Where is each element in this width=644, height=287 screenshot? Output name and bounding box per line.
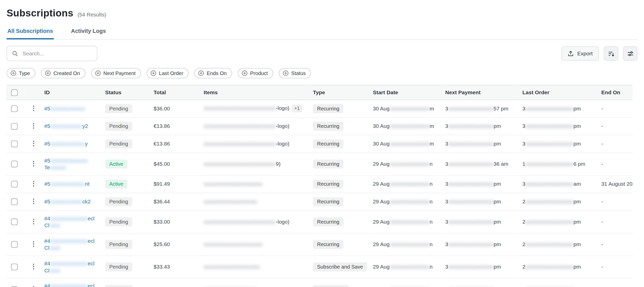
end-on-cell: 31 August 2025: [598, 175, 632, 193]
type-cell: Subscribe and Save: [310, 255, 370, 278]
filter-chip-product[interactable]: Product: [238, 68, 273, 78]
row-checkbox[interactable]: [11, 181, 18, 187]
filter-chip-next-payment[interactable]: Next Payment: [91, 68, 141, 78]
start-date-cell: 29 Augxxxxxxxxxxxxxxxn: [370, 255, 442, 278]
filter-chip-ends-on[interactable]: Ends On: [194, 68, 232, 78]
row-checkbox[interactable]: [11, 264, 18, 270]
redacted-id-text: xxxxxxxxxxxxxx: [50, 215, 88, 222]
last-order-cell: 2xxxxxxxxxxxxxxxxxxpm: [519, 233, 598, 255]
subscription-id-link-line2[interactable]: Clxxxx: [44, 245, 60, 251]
filter-chip-last-order[interactable]: Last Order: [147, 68, 189, 78]
status-badge: Pending: [105, 285, 132, 287]
type-badge: Recurring: [313, 122, 343, 131]
type-badge: Recurring: [313, 240, 343, 249]
subscription-id-link[interactable]: #5xxxxxxxxxxxxxx: [44, 157, 88, 163]
filter-chip-created-on[interactable]: Created On: [41, 68, 85, 78]
subscription-id-link[interactable]: #5xxxxxxxxxxxxx: [44, 105, 85, 111]
total-cell: $17.40: [150, 278, 200, 287]
subscription-id-link[interactable]: #5xxxxxxxxxxxxy2: [44, 123, 88, 129]
subscription-id-link-line2[interactable]: Clxxxx: [44, 222, 60, 228]
row-checkbox[interactable]: [11, 123, 18, 130]
start-date-cell: 29 Augxxxxxxxxxxxxxxxn: [370, 193, 442, 210]
row-checkbox[interactable]: [11, 199, 18, 205]
plus-circle-icon: [241, 70, 247, 76]
start-date-cell: 29 Augxxxxxxxxxxxxxxxn: [370, 278, 442, 287]
tab-all-subscriptions[interactable]: All Subscriptions: [7, 25, 54, 39]
redacted-date-text: xxxxxxxxxxxxxxx: [390, 218, 430, 225]
filter-chip-type[interactable]: Type: [7, 68, 35, 78]
next-payment-cell: 3xxxxxxxxxxxxxxxxxpm: [442, 278, 519, 287]
next-payment-cell: 3xxxxxxxxxxxxxxxxxpm: [442, 135, 519, 153]
row-checkbox[interactable]: [11, 241, 18, 248]
redacted-date-text: xxxxxxxxxxxxxxx: [390, 123, 430, 130]
filter-settings-button[interactable]: [623, 46, 637, 61]
subscription-id-link[interactable]: #4xxxxxxxxxxxxxxecl: [44, 283, 94, 287]
redacted-date-text: xxxxxxxxxxxxxxxxx: [448, 218, 493, 225]
status-badge: Pending: [105, 197, 132, 206]
subscription-id-link-line2[interactable]: Clxxxx: [44, 267, 60, 273]
status-badge: Pending: [105, 217, 132, 226]
redacted-date-text: xxxxxxxxxxxxxxx: [390, 160, 430, 168]
row-actions-kebab-icon[interactable]: ⋮: [29, 140, 39, 147]
results-count: (54 Results): [77, 11, 106, 17]
column-header-next-payment: Next Payment: [442, 85, 519, 100]
items-cell: xxxxxxxxxxxxxxxxxxxxxx: [200, 175, 310, 193]
row-actions-kebab-icon[interactable]: ⋮: [29, 286, 39, 287]
subscription-id-link[interactable]: #5xxxxxxxxxxxxxnt: [44, 181, 89, 187]
subscription-id-link[interactable]: #4xxxxxxxxxxxxxxecl: [44, 238, 94, 244]
redacted-date-text: xxxxxxxxxxxxxxx: [390, 105, 430, 112]
redacted-id-text: xxxxxx: [50, 164, 66, 171]
items-cell: xxxxxxxxxxxxxxxxxxxxxxxxxxx-logo)+1: [200, 100, 310, 117]
tab-activity-logs[interactable]: Activity Logs: [70, 25, 107, 39]
select-all-checkbox[interactable]: [11, 89, 18, 96]
start-date-cell: 30 Augxxxxxxxxxxxxxxxm: [370, 135, 442, 153]
total-cell: €13.86: [150, 117, 200, 135]
redacted-date-text: xxxxxxxxxxxxxxxxx: [448, 180, 493, 187]
total-cell: $36.44: [150, 193, 200, 210]
row-actions-kebab-icon[interactable]: ⋮: [29, 160, 39, 167]
last-order-cell: 1xxxxxxxxxxxxxxxxxx6 pm: [519, 153, 598, 175]
id-cell: #4xxxxxxxxxxxxxxecl Clxxxx: [41, 255, 102, 278]
subscription-id-link[interactable]: #5xxxxxxxxxxxxxy: [44, 141, 88, 147]
redacted-id-text: xxxx: [49, 244, 60, 251]
row-checkbox[interactable]: [11, 141, 18, 147]
row-actions-kebab-icon[interactable]: ⋮: [29, 241, 39, 247]
items-cell: xxxxxxxxxxxxxxxxxxxxxxxxxxx-logo): [200, 117, 310, 135]
row-actions-kebab-icon[interactable]: ⋮: [29, 180, 39, 187]
row-checkbox[interactable]: [11, 161, 18, 168]
row-actions-kebab-icon[interactable]: ⋮: [29, 263, 39, 270]
filter-chip-status[interactable]: Status: [279, 68, 311, 78]
filter-chips: Type Created On Next Payment Last Order: [7, 68, 637, 78]
export-button[interactable]: Export: [562, 46, 599, 61]
row-actions-kebab-icon[interactable]: ⋮: [29, 198, 39, 205]
type-cell: Recurring: [310, 135, 370, 153]
total-cell: $36.00: [150, 100, 200, 117]
subscription-id-link[interactable]: #4xxxxxxxxxxxxxxecl: [44, 215, 94, 221]
redacted-id-text: xxxxxxxxxxxxxx: [50, 237, 88, 244]
search-input[interactable]: [22, 50, 92, 57]
last-order-cell: 2xxxxxxxxxxxxxxxxxxpm: [519, 278, 598, 287]
subscriptions-app: Subscriptions (54 Results) All Subscript…: [0, 0, 644, 287]
row-actions-kebab-icon[interactable]: ⋮: [29, 123, 39, 129]
sort-button[interactable]: [604, 46, 618, 61]
status-cell: Pending: [102, 255, 151, 278]
row-checkbox[interactable]: [11, 106, 18, 112]
id-cell: #5xxxxxxxxxxxxx: [41, 100, 102, 117]
id-cell: #4xxxxxxxxxxxxxxecl Clxxxx: [41, 233, 102, 255]
table-row: ⋮ #4xxxxxxxxxxxxxxecl Clxxxx Pending $25…: [7, 233, 633, 255]
sliders-icon: [627, 50, 634, 57]
total-cell: $25.60: [150, 233, 200, 255]
row-actions-kebab-icon[interactable]: ⋮: [29, 105, 39, 112]
items-cell: xxxxxxxxxxxxxxxxxxxx: [200, 278, 310, 287]
subscription-id-link-line2[interactable]: Texxxxxx: [44, 164, 66, 170]
redacted-items-text: xxxxxxxxxxxxxxxxxxxxxxxxxxx: [204, 160, 276, 168]
row-actions-kebab-icon[interactable]: ⋮: [29, 218, 39, 225]
subscription-id-link[interactable]: #4xxxxxxxxxxxxxxecl: [44, 260, 94, 266]
row-checkbox[interactable]: [11, 219, 18, 225]
table-row: ⋮ #4xxxxxxxxxxxxxxecl Clxxxx Pending $17…: [7, 278, 633, 287]
table-row: ⋮ #5xxxxxxxxxxxxxy Pending €13.86 xxxxxx…: [7, 135, 633, 153]
subscription-id-link[interactable]: #5xxxxxxxxxxxxck2: [44, 199, 91, 205]
redacted-date-text: xxxxxxxxxxxxxxx: [390, 198, 430, 205]
subscriptions-table: IDStatusTotalItemsTypeStart DateNext Pay…: [7, 85, 633, 287]
next-payment-cell: 3xxxxxxxxxxxxxxxxxpm: [442, 193, 519, 210]
